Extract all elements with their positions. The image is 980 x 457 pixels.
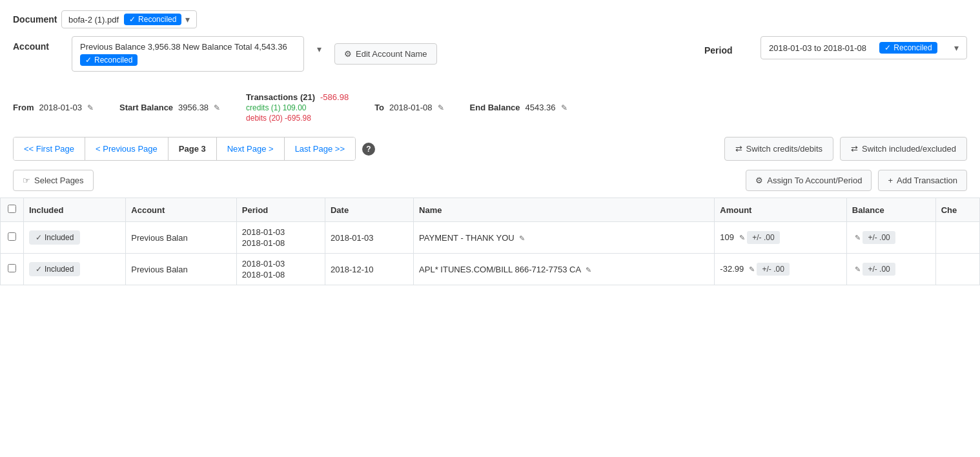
pagination-section: << First Page < Previous Page Page 3 Nex… <box>0 132 980 166</box>
row-name-0: PAYMENT - THANK YOU ✎ <box>414 222 715 254</box>
switch-included-icon: ⇄ <box>851 144 858 154</box>
account-label: Account <box>13 36 61 52</box>
switch-credits-debits-label: Switch credits/debits <box>746 144 823 154</box>
transactions-table: Included Account Period Date Name Amount… <box>0 198 980 285</box>
row-date-0: 2018-01-03 <box>325 222 413 254</box>
row-included-1: Included <box>24 254 126 285</box>
header-balance: Balance <box>846 198 935 222</box>
row-che-0 <box>935 222 979 254</box>
row-balance-0: ✎ +/- .00 <box>846 222 935 254</box>
account-reconciled-badge: Reconciled <box>80 54 138 66</box>
select-pages-icon: ☞ <box>23 176 30 185</box>
document-reconciled-badge: Reconciled <box>124 14 181 25</box>
current-page-button: Page 3 <box>168 137 217 160</box>
row-amount-0: 109 ✎ +/- .00 <box>715 222 846 254</box>
add-transaction-label: Add Transaction <box>897 176 957 185</box>
last-page-button[interactable]: Last Page >> <box>285 137 355 160</box>
name-edit-icon-0[interactable]: ✎ <box>519 234 525 242</box>
from-edit-icon[interactable]: ✎ <box>87 103 94 112</box>
start-balance-value: 3956.38 <box>178 103 209 112</box>
name-edit-icon-1[interactable]: ✎ <box>586 266 591 274</box>
switch-included-excluded-label: Switch included/excluded <box>862 144 956 154</box>
amount-edit-icon-0[interactable]: ✎ <box>739 234 745 241</box>
from-value: 2018-01-03 <box>39 103 83 112</box>
select-pages-button[interactable]: ☞ Select Pages <box>13 170 94 191</box>
edit-account-label: Edit Account Name <box>356 49 427 59</box>
assign-gear-icon: ⚙ <box>755 176 763 185</box>
start-balance-label: Start Balance <box>119 103 173 112</box>
edit-account-name-button[interactable]: ⚙ Edit Account Name <box>334 43 437 65</box>
included-badge-1[interactable]: Included <box>29 262 80 276</box>
header-che: Che <box>935 198 979 222</box>
select-all-checkbox[interactable] <box>8 205 16 213</box>
row-checkbox-1[interactable] <box>8 264 16 272</box>
row-account-0: Previous Balan <box>126 222 237 254</box>
to-value: 2018-01-08 <box>389 103 433 112</box>
included-badge-0[interactable]: Included <box>29 230 80 245</box>
help-icon[interactable]: ? <box>362 143 375 156</box>
account-dropdown-arrow[interactable]: ▾ <box>314 41 324 57</box>
prev-page-button[interactable]: < Previous Page <box>85 137 168 160</box>
end-balance-label: End Balance <box>470 103 520 112</box>
row-checkbox-0[interactable] <box>8 232 16 241</box>
header-date: Date <box>325 198 413 222</box>
balance-adjust-btn-0[interactable]: +/- .00 <box>863 231 895 244</box>
period-label: Period <box>704 40 753 56</box>
switch-included-excluded-button[interactable]: ⇄ Switch included/excluded <box>840 137 967 161</box>
period-section: Period 2018-01-03 to 2018-01-08 Reconcil… <box>704 36 967 59</box>
transactions-label: Transactions (21) <box>246 92 315 102</box>
stats-section: From 2018-01-03 ✎ Start Balance 3956.38 … <box>0 86 980 132</box>
row-name-1: APL* ITUNES.COM/BILL 866-712-7753 CA ✎ <box>414 254 715 285</box>
row-balance-1: ✎ +/- .00 <box>846 254 935 285</box>
start-balance-edit-icon[interactable]: ✎ <box>214 103 220 112</box>
table-row: Included Previous Balan 2018-01-03 2018-… <box>1 222 980 254</box>
row-checkbox-cell-1 <box>1 254 24 285</box>
amount-adjust-btn-1[interactable]: +/- .00 <box>757 263 789 276</box>
row-date-1: 2018-12-10 <box>325 254 413 285</box>
period-box: 2018-01-03 to 2018-01-08 Reconciled ▾ <box>761 36 967 59</box>
transactions-table-container: Included Account Period Date Name Amount… <box>0 198 980 285</box>
next-page-button[interactable]: Next Page > <box>217 137 285 160</box>
period-range: 2018-01-03 to 2018-01-08 <box>769 43 866 53</box>
gear-icon: ⚙ <box>344 49 352 59</box>
add-icon: + <box>888 176 893 185</box>
row-checkbox-cell-0 <box>1 222 24 254</box>
end-balance-value: 4543.36 <box>526 103 556 112</box>
balance-adjust-btn-1[interactable]: +/- .00 <box>863 263 895 276</box>
row-period-1: 2018-01-03 2018-01-08 <box>236 254 325 285</box>
switch-icon: ⇄ <box>735 144 742 154</box>
end-balance-edit-icon[interactable]: ✎ <box>561 103 567 112</box>
from-label: From <box>13 103 34 112</box>
debits-label: debits (20) -695.98 <box>246 114 311 123</box>
assign-to-account-period-button[interactable]: ⚙ Assign To Account/Period <box>746 170 872 191</box>
first-page-button[interactable]: << First Page <box>14 137 85 160</box>
add-transaction-button[interactable]: + Add Transaction <box>878 170 967 191</box>
transactions-total: -586.98 <box>320 92 349 102</box>
credits-label: credits (1) 109.00 <box>246 103 306 112</box>
header-included: Included <box>24 198 126 222</box>
document-dropdown-arrow[interactable]: ▾ <box>185 14 190 25</box>
balance-edit-icon-0[interactable]: ✎ <box>855 234 861 241</box>
select-pages-label: Select Pages <box>34 176 84 185</box>
period-reconciled-badge: Reconciled <box>879 42 937 54</box>
row-account-1: Previous Balan <box>126 254 237 285</box>
balance-edit-icon-1[interactable]: ✎ <box>855 265 861 273</box>
header-name: Name <box>414 198 715 222</box>
to-label: To <box>374 103 384 112</box>
table-row: Included Previous Balan 2018-01-03 2018-… <box>1 254 980 285</box>
account-box: Previous Balance 3,956.38 New Balance To… <box>72 36 304 72</box>
switch-credits-debits-button[interactable]: ⇄ Switch credits/debits <box>724 137 834 161</box>
header-account: Account <box>126 198 237 222</box>
period-dropdown-arrow[interactable]: ▾ <box>954 43 959 53</box>
amount-adjust-btn-0[interactable]: +/- .00 <box>747 231 779 244</box>
header-checkbox-cell <box>1 198 24 222</box>
header-period: Period <box>236 198 325 222</box>
row-period-0: 2018-01-03 2018-01-08 <box>236 222 325 254</box>
header-amount: Amount <box>715 198 846 222</box>
account-description: Previous Balance 3,956.38 New Balance To… <box>80 42 296 52</box>
row-included-0: Included <box>24 222 126 254</box>
to-edit-icon[interactable]: ✎ <box>438 103 444 112</box>
assign-label: Assign To Account/Period <box>767 176 862 185</box>
action-buttons-right: ⇄ Switch credits/debits ⇄ Switch include… <box>724 137 967 161</box>
amount-edit-icon-1[interactable]: ✎ <box>749 265 755 273</box>
